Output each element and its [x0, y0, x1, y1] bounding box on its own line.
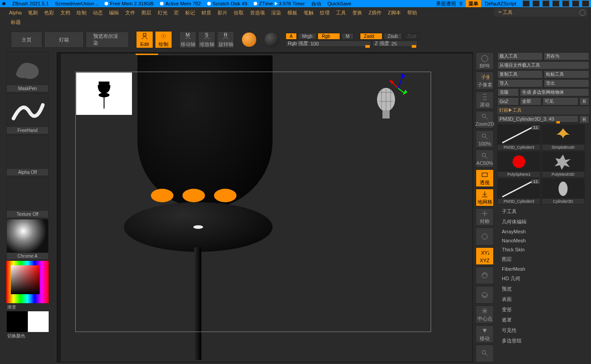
- layout1-icon[interactable]: [523, 0, 530, 7]
- prop-4[interactable]: Thick Skin: [497, 245, 589, 254]
- menu-tool[interactable]: 工具: [336, 9, 346, 16]
- right-btn-3[interactable]: Zoom2D: [476, 111, 494, 128]
- brush-thumb[interactable]: MaskPen: [6, 51, 49, 92]
- right-btn-14[interactable]: 移动: [476, 325, 494, 343]
- goz-all-button[interactable]: 全部: [520, 97, 541, 105]
- load-from-project-button[interactable]: 从项目文件载入工具: [497, 61, 589, 69]
- default-script[interactable]: DefaultZScript: [485, 1, 516, 6]
- close-icon[interactable]: [582, 0, 589, 7]
- prop-1[interactable]: 几何体编辑: [497, 217, 589, 227]
- rgb-intensity-slider[interactable]: Rgb 强度100: [286, 41, 371, 47]
- head-gizmo-icon[interactable]: [374, 83, 398, 123]
- import-button[interactable]: 导入: [497, 79, 543, 87]
- menu-transform[interactable]: 变换: [352, 9, 362, 16]
- menu-texture[interactable]: 纹理: [320, 9, 330, 16]
- right-btn-8[interactable]: 对称: [476, 208, 494, 226]
- menu-brush[interactable]: 笔刷: [28, 9, 38, 16]
- m-toggle[interactable]: M: [341, 33, 353, 40]
- gen-polymesh-button[interactable]: 生成 多边形网格物体: [520, 88, 589, 96]
- autosave[interactable]: 自动: [311, 0, 321, 7]
- menu-help[interactable]: 帮助: [407, 9, 417, 16]
- right-btn-13[interactable]: 中心点: [476, 305, 494, 323]
- stroke-thumb[interactable]: FreeHand: [6, 93, 49, 134]
- right-btn-12[interactable]: [476, 286, 494, 304]
- draw-mode-button[interactable]: 绘制: [155, 31, 172, 48]
- menu-stencil[interactable]: 模板: [287, 9, 297, 16]
- zadd-toggle[interactable]: Zadd: [360, 33, 382, 40]
- swatch-white[interactable]: [28, 311, 49, 332]
- copy-tool-button[interactable]: 复制工具: [497, 70, 543, 78]
- a-toggle[interactable]: A: [286, 33, 297, 40]
- lightbox-tool-header[interactable]: 灯箱▶工具: [497, 106, 589, 114]
- opacity-val[interactable]: 0: [459, 1, 462, 6]
- right-btn-15[interactable]: [476, 345, 494, 362]
- swap-color-label[interactable]: 切换颜色: [7, 333, 54, 339]
- menu-color[interactable]: 色彩: [44, 9, 54, 16]
- menu-document[interactable]: 文档: [60, 9, 70, 16]
- menu-preferences[interactable]: 首选项: [250, 9, 265, 16]
- menu-draw[interactable]: 绘制: [77, 9, 86, 16]
- z-intensity-slider[interactable]: Z 强度25: [373, 41, 418, 47]
- move-button[interactable]: M移动轴: [179, 31, 196, 48]
- viewport[interactable]: [61, 54, 473, 362]
- prop-10[interactable]: 变形: [497, 305, 589, 315]
- menu-zplugin[interactable]: Z插件: [368, 9, 382, 16]
- texture-thumb[interactable]: Texture Off: [6, 177, 49, 218]
- menu-zscript[interactable]: Z脚本: [388, 9, 401, 16]
- right-btn-2[interactable]: 滚动: [476, 91, 494, 109]
- layout3-icon[interactable]: [542, 0, 550, 7]
- tool-thumb-3[interactable]: PolyMesh3D: [541, 151, 585, 177]
- tool-thumb-5[interactable]: Cylinder3D: [541, 178, 585, 205]
- color-swatches[interactable]: [7, 311, 49, 332]
- gradient-label[interactable]: 渐变: [7, 304, 54, 310]
- prop-8[interactable]: 预览: [497, 284, 589, 294]
- menu-file[interactable]: 文件: [125, 9, 135, 16]
- color-picker[interactable]: [6, 261, 49, 303]
- maximize-icon[interactable]: [572, 0, 579, 7]
- menu-movie[interactable]: 影片: [218, 9, 227, 16]
- material-thumb[interactable]: Chrome A: [6, 219, 49, 260]
- mrgb-toggle[interactable]: Mrgb: [298, 33, 317, 40]
- current-tool-slider[interactable]: PM3D_Cylinder3D_3. 49: [497, 115, 578, 123]
- right-btn-7[interactable]: 地网格: [476, 189, 494, 206]
- layout2-icon[interactable]: [532, 0, 540, 7]
- pin-icon[interactable]: [579, 9, 586, 16]
- menu-stroke[interactable]: 笔触: [304, 9, 314, 16]
- dark-sphere-icon[interactable]: [264, 32, 279, 47]
- menu-render[interactable]: 渲染: [271, 9, 281, 16]
- swatch-black[interactable]: [7, 311, 27, 332]
- prop-0[interactable]: 子工具: [497, 206, 589, 217]
- right-btn-6[interactable]: 透视: [476, 169, 494, 187]
- load-tool-button[interactable]: 载入工具: [497, 52, 543, 60]
- right-btn-1[interactable]: 子像素子像素: [476, 72, 494, 89]
- quicksave[interactable]: QuickSave: [327, 1, 351, 6]
- edit-mode-button[interactable]: Edit: [136, 31, 153, 48]
- right-btn-4[interactable]: 100%: [476, 130, 494, 148]
- rgb-toggle[interactable]: Rgb: [318, 33, 340, 40]
- right-btn-10[interactable]: XYZXYZ: [476, 247, 494, 265]
- menu-layer[interactable]: 图层: [141, 9, 151, 16]
- prop-5[interactable]: 图层: [497, 254, 589, 264]
- clone-button[interactable]: 克隆: [497, 88, 519, 96]
- prop-11[interactable]: 遮罩: [497, 315, 589, 325]
- export-button[interactable]: 导出: [544, 79, 589, 87]
- layout4-icon[interactable]: [552, 0, 559, 7]
- home-button[interactable]: 主页: [11, 32, 42, 48]
- right-btn-0[interactable]: BPR: [476, 52, 494, 70]
- menu-alpha[interactable]: Alpha: [9, 10, 22, 15]
- menu-edit[interactable]: 编辑: [109, 9, 119, 16]
- menu-marker[interactable]: 标记: [185, 9, 195, 16]
- goz-r-button[interactable]: R: [579, 97, 589, 105]
- menu-material[interactable]: 材质: [201, 9, 211, 16]
- canvas-area[interactable]: [56, 51, 474, 363]
- tool-thumb-0[interactable]: 11PM3D_Cylinder3: [497, 124, 541, 150]
- current-r-button[interactable]: R: [579, 115, 589, 123]
- goz-button[interactable]: GoZ: [497, 97, 519, 105]
- alpha-thumb[interactable]: Alpha Off: [6, 135, 49, 176]
- menu-button[interactable]: 菜单: [466, 0, 481, 8]
- prop-13[interactable]: 多边形组: [497, 336, 589, 346]
- prop-7[interactable]: HD 几何: [497, 273, 589, 284]
- zcut-toggle[interactable]: Zcut: [403, 33, 420, 40]
- prop-2[interactable]: ArrayMesh: [497, 227, 589, 236]
- tool-thumb-4[interactable]: 11PM3D_Cylinder3: [497, 178, 541, 205]
